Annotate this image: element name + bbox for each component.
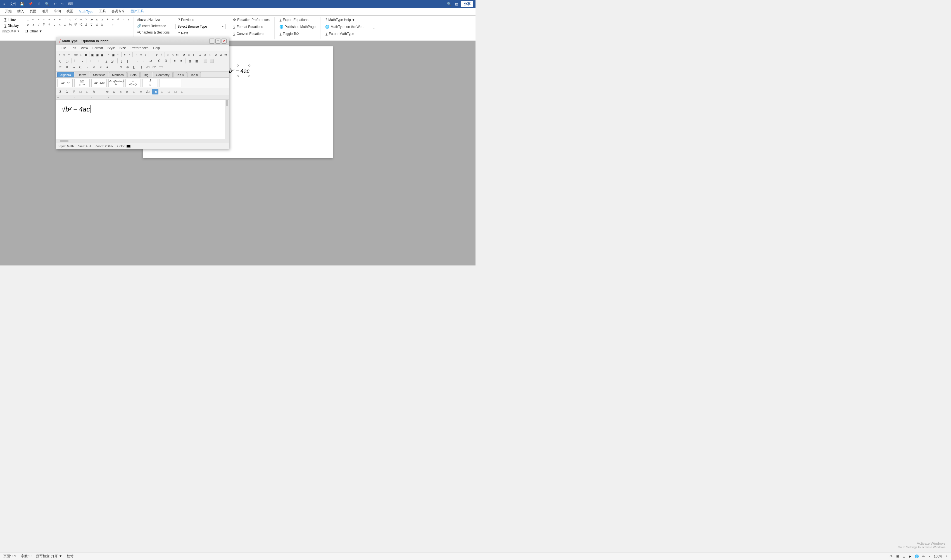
mt-tab-9[interactable]: Tab 9 [188, 72, 201, 77]
mt-sym-equiv3[interactable]: ≡ [178, 58, 185, 64]
sym-percent[interactable]: % [68, 22, 73, 27]
customize-icon[interactable]: ⌨ [67, 2, 74, 6]
sym-gt[interactable]: > [84, 17, 89, 22]
mt-sym-beta[interactable]: β [208, 52, 212, 58]
mt-sym-sub[interactable]: □□ [158, 64, 164, 70]
previous-btn[interactable]: ? Previous [175, 17, 196, 23]
mt-sym-sum1[interactable]: ∑ [103, 58, 109, 64]
other-btn[interactable]: Other ▼ [29, 29, 43, 34]
sym-uparrow[interactable]: ↑ [110, 22, 115, 27]
tab-insert[interactable]: 插入 [14, 8, 27, 15]
mt-vertical-scrollbar[interactable] [225, 100, 229, 139]
mt-sym-rarr2[interactable]: → [134, 58, 140, 64]
mt-sym-ell[interactable]: ℓ [191, 52, 195, 58]
mt-sym-floor2[interactable]: ⌈⌉ [138, 64, 144, 70]
menu-icon[interactable]: ≡ [2, 2, 6, 6]
mt-template-discriminant[interactable]: √b²−4ac [91, 79, 107, 87]
mt-sym-vfrac[interactable]: ⊢ [72, 58, 79, 64]
sym-leftarrow[interactable]: ← [105, 22, 110, 27]
mt-template-empty[interactable] [160, 79, 182, 87]
mt-sym-hat-u[interactable]: Û [163, 58, 169, 64]
mt-vscroll-thumb[interactable] [226, 100, 228, 106]
mt-sym-partial2[interactable]: ∂ [182, 52, 186, 58]
tab-page[interactable]: 页面 [27, 8, 39, 15]
export-eq-btn[interactable]: ∑ Export Equations [277, 17, 311, 23]
mt-sym-matrix2[interactable]: ▦ [194, 58, 200, 64]
sym-ll[interactable]: ≪ [78, 17, 83, 22]
mt-menu-format[interactable]: Format [90, 46, 105, 51]
sym-bar[interactable]: ≡ [110, 17, 115, 22]
mt-sym-equiv2[interactable]: ≡ [172, 58, 178, 64]
sym-tilde[interactable]: ~ [47, 17, 52, 22]
mt-mini-pos2[interactable]: □ [159, 89, 165, 94]
mt-mini-pos1[interactable]: ◀ [152, 89, 158, 94]
pin-icon[interactable]: 📌 [28, 2, 34, 6]
mt-template-sqrt-sum[interactable]: √a²+b² [57, 79, 72, 87]
mt-menu-preferences[interactable]: Preferences [128, 46, 151, 51]
mt-sym-in4[interactable]: ∈ [77, 64, 83, 70]
mt-sym-lambda[interactable]: λ [198, 52, 202, 58]
sym-plus-minus[interactable]: ± [25, 17, 31, 22]
mt-sym-neq[interactable]: ≠ [104, 64, 110, 70]
sym-plus2[interactable]: + [105, 17, 110, 22]
share-button[interactable]: 分享 [461, 1, 473, 7]
mt-sym-int2[interactable]: ∫□ [125, 58, 132, 64]
sym-cap[interactable]: ∩ [57, 22, 62, 27]
sym-nabla[interactable]: ∇ [89, 22, 94, 27]
sym-partial[interactable]: ∂ [25, 22, 31, 27]
sym-cup[interactable]: ∪ [52, 22, 57, 27]
mt-sym-exists[interactable]: ∃ [159, 52, 163, 58]
mt-sym-pi[interactable]: π [57, 64, 63, 70]
sym-delta[interactable]: Δ [84, 22, 89, 27]
sym-excl[interactable]: ! [63, 17, 68, 22]
mt-sym-inf[interactable]: ∞ [187, 52, 191, 58]
ribbon-toggle[interactable]: ▤ [454, 2, 459, 6]
sym-empty[interactable]: ∅ [63, 22, 68, 27]
mt-sym-in2[interactable]: ∈ [166, 52, 170, 58]
inline-btn[interactable]: ∑ Inline [2, 17, 21, 22]
mt-minimize-btn[interactable]: − [209, 38, 214, 44]
select-browse-dropdown[interactable]: Select Browse Type ▼ [175, 24, 226, 29]
mt-sym-b2[interactable]: ▣ [111, 52, 115, 58]
mt-mini-larr[interactable]: ◁ [118, 89, 124, 94]
mt-menu-style[interactable]: Style [105, 46, 117, 51]
mt-mini-otimes[interactable]: ⊗ [104, 89, 110, 94]
sym-gg[interactable]: ≫ [89, 17, 94, 22]
mt-sym-Omega[interactable]: Ω [219, 52, 223, 58]
mathtype-help-btn[interactable]: ? MathType Help ▼ [323, 17, 358, 23]
sym-alpha[interactable]: α [68, 17, 73, 22]
mt-sym-rarr[interactable]: → [134, 52, 138, 58]
search-icon-qat[interactable]: 🔍 [44, 2, 50, 6]
mt-sym-larr2[interactable]: ← [141, 58, 147, 64]
mt-mini-lambda[interactable]: λ [64, 89, 70, 94]
tab-review[interactable]: 审阅 [51, 8, 64, 15]
mt-sym-in3[interactable]: ∈ [175, 52, 180, 58]
sym-degree-f[interactable]: °F [73, 22, 78, 27]
mt-sym-sqrt3[interactable]: √□ [145, 64, 151, 70]
mt-mini-pos4[interactable]: □ [172, 89, 179, 94]
mt-sym-b1[interactable]: ▪ [106, 52, 111, 58]
sym-geq[interactable]: ≥ [100, 17, 105, 22]
mt-sym-paren1[interactable]: () [57, 58, 63, 64]
mt-mini-box3[interactable]: □ [131, 89, 137, 94]
mt-sym-int1[interactable]: ∫ [119, 58, 125, 64]
mt-sym-omega[interactable]: ω [203, 52, 207, 58]
mt-sym-box4[interactable]: □ [95, 58, 101, 64]
mt-mini-box2[interactable]: □ [84, 89, 90, 94]
mt-mini-dx[interactable]: ∂χ [91, 89, 97, 94]
redo-icon[interactable]: ↪ [60, 2, 65, 6]
sym-def[interactable]: ≜ [115, 17, 121, 22]
mt-sym-inf2[interactable]: ∞ [71, 64, 77, 70]
ribbon-more-btn[interactable]: › [372, 17, 377, 39]
tab-mathtype[interactable]: MathType [76, 9, 96, 15]
mt-mini-sqrt[interactable]: √□ [145, 89, 151, 94]
publish-btn[interactable]: 🌐 Publish to MathPage [277, 24, 318, 30]
chapters-btn[interactable]: ≡ Chapters & Sections [136, 29, 171, 35]
mt-sym-approx[interactable]: ≈ [67, 52, 71, 58]
mt-hscroll-thumb[interactable] [60, 140, 68, 142]
mt-sym-box6[interactable]: ⬜ [209, 58, 215, 64]
mt-menu-view[interactable]: View [78, 46, 90, 51]
mt-sym-sup[interactable]: □ⁿ [151, 64, 157, 70]
sym-ni[interactable]: ∋ [100, 22, 105, 27]
mt-sym-b3[interactable]: ▪ [116, 52, 120, 58]
